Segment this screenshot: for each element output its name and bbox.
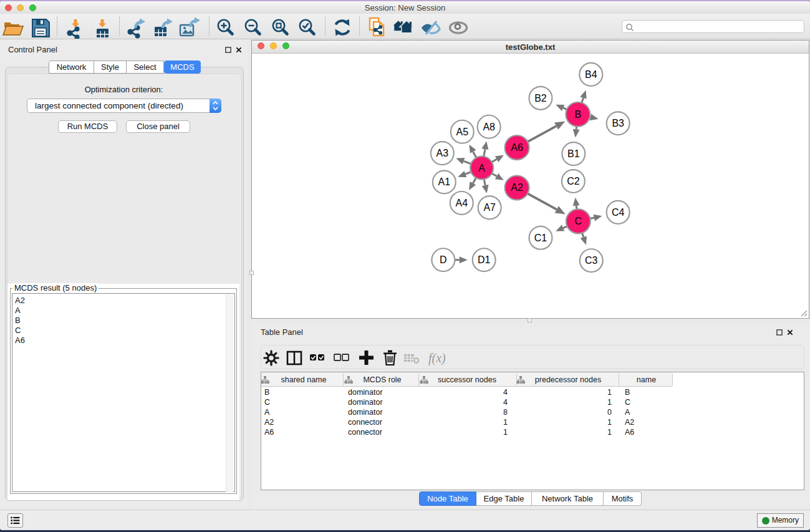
svg-text:A1: A1 — [438, 177, 451, 188]
svg-text:A7: A7 — [483, 202, 496, 213]
svg-text:B: B — [574, 109, 581, 120]
svg-text:A2: A2 — [511, 182, 523, 193]
svg-text:B4: B4 — [585, 69, 597, 80]
svg-text:A3: A3 — [436, 148, 449, 158]
svg-text:A6: A6 — [511, 142, 523, 153]
svg-text:A4: A4 — [456, 198, 468, 208]
svg-text:B3: B3 — [612, 118, 624, 128]
svg-text:D1: D1 — [478, 254, 491, 265]
svg-text:A: A — [478, 163, 485, 173]
svg-text:C: C — [575, 216, 582, 226]
svg-text:A5: A5 — [456, 127, 469, 137]
svg-text:C3: C3 — [585, 255, 598, 266]
svg-text:C4: C4 — [612, 207, 625, 218]
svg-text:B1: B1 — [567, 148, 580, 159]
svg-text:A8: A8 — [483, 122, 495, 132]
svg-text:D: D — [440, 254, 447, 265]
svg-text:B2: B2 — [534, 93, 547, 104]
svg-text:C1: C1 — [534, 233, 547, 243]
svg-text:C2: C2 — [567, 176, 580, 186]
